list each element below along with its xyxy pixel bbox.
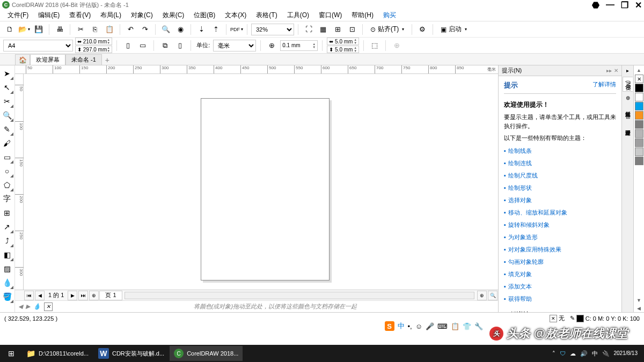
print-button[interactable]: 🖶 (53, 23, 66, 36)
outline-chip[interactable] (576, 315, 584, 322)
ime-mic-icon[interactable]: 🎤 (426, 322, 434, 330)
task-coreldraw[interactable]: C CorelDRAW 2018... (170, 346, 243, 361)
welcome-tab[interactable]: 欢迎屏幕 (30, 54, 65, 65)
task-explorer[interactable]: 📁 D:\210811\coreld... (21, 346, 93, 361)
undo-button[interactable]: ↶ (124, 23, 137, 36)
treat-as-filled-button[interactable]: ⬚ (368, 39, 381, 52)
ime-keyboard-icon[interactable]: ⌨ (437, 322, 448, 330)
ime-punct-icon[interactable]: •, (408, 322, 412, 330)
hint-topic[interactable]: 移动、缩放和延展对象 (504, 209, 616, 217)
menu-file[interactable]: 文件(F) (3, 10, 33, 21)
menu-window[interactable]: 窗口(W) (314, 10, 346, 21)
tray-up-icon[interactable]: ˄ (552, 350, 555, 357)
first-page-button[interactable]: ⏮ (24, 291, 34, 300)
page-tab[interactable]: 页 1 (99, 291, 122, 300)
color-swatch[interactable] (635, 93, 643, 101)
menu-effects[interactable]: 效果(C) (158, 10, 189, 21)
nav-view-button[interactable]: ⊕ (477, 291, 487, 300)
rectangle-tool[interactable]: ▭ (0, 150, 14, 164)
menu-help[interactable]: 帮助(H) (347, 10, 378, 21)
options-button[interactable]: ⚙ (416, 23, 429, 36)
eyedropper-icon[interactable]: 💧 (33, 303, 41, 310)
document-tab[interactable]: 未命名 -1 (65, 54, 102, 65)
palette-nocolor[interactable] (635, 75, 643, 83)
hints-close-icon[interactable]: ✕ (614, 68, 618, 73)
viewport[interactable] (24, 74, 498, 290)
minimize-icon[interactable]: — (606, 0, 614, 10)
text-tool[interactable]: 字 (0, 192, 14, 206)
palette-expand-icon[interactable]: ◀ (637, 305, 641, 312)
hints-menu-icon[interactable]: ▸▸ (606, 68, 612, 73)
color-swatch[interactable] (635, 147, 643, 156)
ellipse-tool[interactable]: ○ (0, 164, 14, 178)
cdhome-icon[interactable]: ⬣ (592, 0, 599, 10)
outline-pen-icon[interactable]: ✎ (570, 315, 575, 322)
task-word[interactable]: W CDR安装与破解.d... (94, 346, 169, 361)
table-tool[interactable]: ⊞ (0, 206, 14, 220)
nudge-spin[interactable]: 0.1 mm▲▼ (280, 40, 318, 51)
grid-button[interactable]: ⊞ (331, 23, 344, 36)
menu-edit[interactable]: 编辑(E) (34, 10, 64, 21)
start-button[interactable]: ⊞ (2, 346, 20, 361)
dimension-tool[interactable]: ↗ (0, 220, 14, 234)
ime-lang-icon[interactable]: 中 (398, 321, 405, 331)
import-button[interactable]: ⇣ (195, 23, 208, 36)
sogou-icon[interactable]: S (385, 321, 394, 331)
publish-pdf-button[interactable]: PDF (230, 23, 243, 36)
hint-topic[interactable]: 获得帮助 (504, 295, 616, 303)
add-preset-button[interactable]: ⊕ (390, 39, 403, 52)
eyedropper-tool[interactable]: 💧 (0, 276, 14, 290)
redo-button[interactable]: ↷ (138, 23, 151, 36)
color-swatch[interactable] (635, 102, 643, 110)
freehand-tool[interactable]: ✎ (0, 122, 14, 136)
hint-topic[interactable]: 绘制形状 (504, 184, 616, 192)
horizontal-ruler[interactable]: 5010015020025030035040045050055060065070… (15, 65, 498, 74)
docker-obj-props[interactable]: 对象属性 (623, 104, 633, 110)
guides-button[interactable]: ⊡ (346, 23, 358, 36)
drop-shadow-tool[interactable]: ◧ (0, 248, 14, 262)
color-swatch[interactable] (635, 138, 643, 147)
tray-shield-icon[interactable]: 🛡 (560, 350, 566, 357)
zoom-view-button[interactable]: 🔍 (488, 291, 497, 300)
color-swatch[interactable] (635, 129, 643, 138)
tray-volume-icon[interactable]: 🔊 (580, 350, 588, 357)
fill-none-chip[interactable]: ✕ (550, 315, 557, 322)
crop-tool[interactable]: ✂ (0, 94, 14, 108)
prev-page-button[interactable]: ◀ (35, 291, 45, 300)
search-button[interactable]: 🔍 (159, 23, 172, 36)
color-swatch[interactable] (635, 84, 643, 92)
tray-ime-icon[interactable]: 中 (592, 350, 598, 358)
pick-tool[interactable]: ➤ (0, 67, 14, 80)
hint-topic[interactable]: 绘制尺度线 (504, 172, 616, 180)
vertical-ruler[interactable]: 50100150200250300 (15, 74, 24, 290)
add-tab-button[interactable]: + (102, 55, 113, 65)
export-button[interactable]: ⇡ (209, 23, 222, 36)
ime-clip-icon[interactable]: 📋 (451, 322, 459, 330)
palette-menu-icon[interactable]: ▶ (26, 303, 30, 310)
menu-text[interactable]: 文本(X) (221, 10, 251, 21)
hint-topic[interactable]: 勾画对象轮廓 (504, 258, 616, 266)
hint-topic[interactable]: 绘制连线 (504, 159, 616, 167)
ime-face-icon[interactable]: ☺ (415, 322, 422, 330)
tray-cloud-icon[interactable]: ☁ (570, 350, 576, 357)
color-swatch[interactable] (635, 111, 643, 120)
connector-tool[interactable]: ⤴ (0, 234, 14, 248)
dashboard-icon[interactable]: ◉ (174, 23, 187, 36)
hint-topic[interactable]: 选择对象 (504, 196, 616, 204)
portrait-button[interactable]: ▯ (121, 39, 134, 52)
tray-power-icon[interactable]: 🔌 (602, 350, 610, 357)
h-scrollbar[interactable] (125, 292, 474, 299)
artistic-media-tool[interactable]: 🖌 (0, 136, 14, 150)
polygon-tool[interactable]: ⬠ (0, 178, 14, 192)
fill-tool[interactable]: 🪣 (0, 290, 14, 304)
page-width-spin[interactable]: ⬌ 210.0 mm▲▼ (75, 38, 112, 45)
last-page-button[interactable]: ⏭ (78, 291, 88, 300)
menu-view[interactable]: 查看(V) (65, 10, 95, 21)
taskbar-clock[interactable]: 2021/8/13 (614, 350, 638, 357)
menu-bitmap[interactable]: 位图(B) (189, 10, 219, 21)
cut-button[interactable]: ✂ (74, 23, 87, 36)
unit-combo[interactable]: 毫米 (213, 40, 256, 51)
save-button[interactable]: 💾 (32, 23, 45, 36)
maximize-icon[interactable]: ❐ (621, 0, 628, 10)
palette-up-icon[interactable]: ▲ (636, 67, 641, 74)
